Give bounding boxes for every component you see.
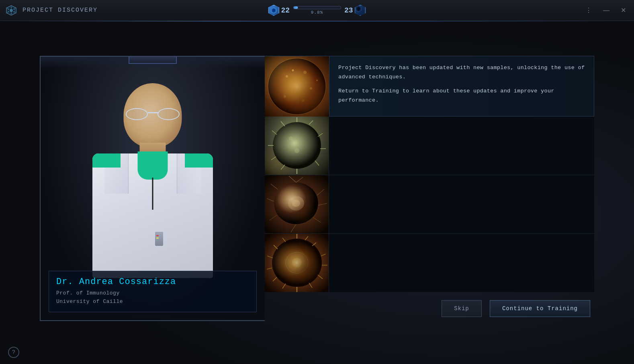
sample-row-2 (265, 117, 594, 175)
svg-point-20 (292, 70, 294, 72)
minimize-button[interactable]: — (600, 5, 613, 16)
svg-point-48 (292, 200, 300, 207)
xp-bar-fill (293, 6, 298, 9)
content-panel: Project Discovery has been updated with … (265, 56, 594, 321)
title-bar: Project Discovery 22 9.8% 23 (0, 0, 634, 21)
info-text-content: Project Discovery has been updated with … (329, 56, 594, 116)
svg-line-58 (282, 284, 286, 288)
character-portrait-panel: Dr. Andrea Cossarizza Prof. of Immunolog… (40, 56, 265, 321)
sample-empty-3 (329, 175, 594, 233)
info-box: Project Discovery has been updated with … (265, 56, 594, 117)
character-name: Dr. Andrea Cossarizza (56, 277, 249, 287)
svg-point-36 (295, 148, 299, 153)
cell-thumbnail-3 (265, 175, 329, 233)
svg-point-2 (10, 9, 13, 12)
cell-image-3 (265, 175, 329, 233)
info-text-2: Return to Training to learn about these … (338, 87, 585, 105)
svg-line-45 (267, 198, 274, 201)
svg-line-38 (289, 176, 296, 182)
level-current-badge: 22 (268, 5, 290, 16)
svg-point-14 (268, 58, 326, 115)
cell-image-main (265, 56, 329, 117)
app-title: Project Discovery (22, 7, 98, 14)
svg-point-34 (289, 137, 293, 141)
sample-empty-2 (329, 117, 594, 175)
svg-line-63 (282, 238, 286, 242)
svg-point-64 (286, 252, 308, 273)
svg-line-30 (271, 157, 276, 160)
svg-point-21 (316, 80, 318, 81)
svg-point-18 (302, 99, 305, 102)
level-current-number: 22 (281, 6, 290, 14)
dialog-panel: Dr. Andrea Cossarizza Prof. of Immunolog… (40, 48, 594, 337)
level-next-badge: 23 (344, 5, 366, 16)
svg-line-41 (318, 203, 327, 205)
svg-line-33 (281, 121, 285, 126)
svg-line-46 (271, 184, 278, 189)
svg-line-60 (267, 268, 272, 269)
progress-section: 22 9.8% 23 (268, 5, 366, 16)
menu-button[interactable]: ⋮ (582, 5, 595, 16)
cell-thumbnail-1 (265, 56, 329, 117)
app-logo (4, 3, 18, 18)
svg-line-52 (312, 243, 316, 246)
svg-point-47 (288, 196, 304, 211)
help-symbol: ? (12, 349, 15, 356)
help-icon[interactable]: ? (8, 347, 19, 358)
svg-line-24 (309, 121, 313, 125)
info-text-1: Project Discovery has been updated with … (338, 63, 585, 82)
svg-line-42 (313, 217, 321, 223)
next-level-icon (355, 5, 366, 16)
sample-row-4 (265, 234, 594, 292)
close-button[interactable]: ✕ (618, 5, 629, 16)
svg-line-32 (272, 131, 277, 135)
corner-deco (129, 57, 177, 64)
character-title: Prof. of Immunology University of Caille (56, 289, 249, 306)
cell-image-2 (265, 117, 329, 175)
cell-thumbnail-4 (265, 234, 329, 292)
xp-progress: 9.8% (293, 6, 341, 15)
svg-point-49 (272, 239, 322, 287)
svg-point-16 (303, 71, 307, 74)
cell-image-4 (265, 234, 329, 292)
character-coat (92, 153, 213, 278)
svg-point-22 (273, 122, 321, 169)
svg-line-29 (281, 165, 285, 170)
svg-line-55 (318, 275, 323, 279)
svg-line-39 (296, 177, 303, 182)
character-nameplate: Dr. Andrea Cossarizza Prof. of Immunolog… (49, 271, 257, 312)
xp-percent: 9.8% (311, 10, 323, 15)
continue-to-training-button[interactable]: Continue to Training (490, 300, 590, 317)
svg-line-53 (321, 254, 326, 256)
sample-row-3 (265, 175, 594, 234)
svg-line-44 (270, 215, 277, 220)
svg-point-37 (274, 182, 318, 224)
main-content: Dr. Andrea Cossarizza Prof. of Immunolog… (0, 21, 634, 364)
svg-point-17 (310, 87, 312, 90)
window-controls: ⋮ — ✕ (582, 5, 634, 16)
svg-point-13 (268, 58, 326, 115)
svg-point-15 (286, 75, 288, 78)
svg-point-35 (299, 141, 303, 144)
xp-bar-outer (293, 6, 341, 9)
skip-button[interactable]: Skip (442, 300, 482, 317)
current-level-icon (268, 5, 279, 16)
svg-line-25 (318, 133, 323, 137)
svg-line-59 (273, 277, 277, 281)
svg-point-19 (284, 95, 286, 98)
svg-line-62 (274, 245, 278, 249)
svg-line-43 (291, 224, 296, 232)
cell-thumbnail-2 (265, 117, 329, 175)
level-next-number: 23 (344, 6, 353, 14)
svg-point-65 (292, 258, 302, 268)
svg-line-51 (305, 236, 308, 240)
svg-line-40 (317, 189, 324, 195)
character-glasses (123, 108, 183, 122)
action-buttons: Skip Continue to Training (265, 292, 594, 321)
character-figure (68, 79, 237, 288)
svg-line-61 (267, 256, 273, 258)
svg-line-56 (309, 283, 312, 288)
svg-line-27 (315, 161, 319, 166)
sample-empty-4 (329, 234, 594, 292)
